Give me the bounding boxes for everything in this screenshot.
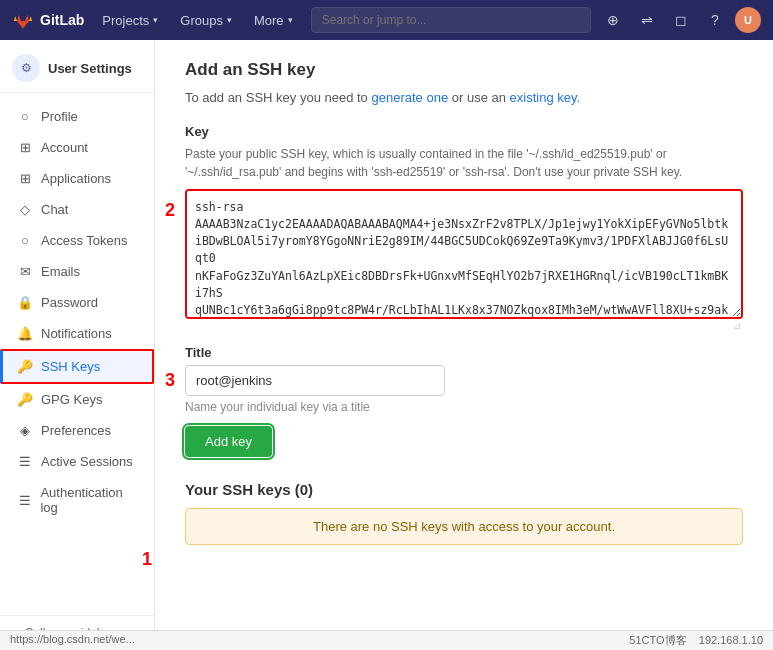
navbar-actions: ⊕ ⇌ ◻ ? U [599, 6, 761, 34]
notifications-icon: 🔔 [17, 326, 33, 341]
sidebar-item-gpg-keys[interactable]: 🔑 GPG Keys [0, 384, 154, 415]
gitlab-brand[interactable]: GitLab [12, 9, 84, 31]
sidebar-title: User Settings [48, 61, 132, 76]
sidebar-item-auth-log[interactable]: ☰ Authentication log [0, 477, 154, 523]
access-tokens-icon: ○ [17, 233, 33, 248]
sidebar-item-label: Access Tokens [41, 233, 127, 248]
sidebar-item-label: Emails [41, 264, 80, 279]
sidebar-item-label: SSH Keys [41, 359, 100, 374]
resize-handle: ⊿ [185, 320, 743, 331]
sidebar-item-applications[interactable]: ⊞ Applications [0, 163, 154, 194]
sidebar-item-password[interactable]: 🔒 Password [0, 287, 154, 318]
preferences-icon: ◈ [17, 423, 33, 438]
sidebar-header: ⚙ User Settings [0, 40, 154, 93]
sidebar-item-access-tokens[interactable]: ○ Access Tokens [0, 225, 154, 256]
main-nav: Projects ▾ Groups ▾ More ▾ [92, 9, 302, 32]
title-hint: Name your individual key via a title [185, 400, 743, 414]
ssh-keys-icon: 🔑 [17, 359, 33, 374]
avatar[interactable]: U [735, 7, 761, 33]
applications-icon: ⊞ [17, 171, 33, 186]
sidebar-item-label: Profile [41, 109, 78, 124]
sidebar-item-ssh-keys[interactable]: 🔑 SSH Keys [0, 349, 154, 384]
merge-requests-icon[interactable]: ⇌ [633, 6, 661, 34]
search-input[interactable] [311, 7, 591, 33]
title-form-group: Title Name your individual key via a tit… [185, 345, 743, 414]
sidebar-item-label: GPG Keys [41, 392, 102, 407]
chat-icon: ◇ [17, 202, 33, 217]
sidebar-item-account[interactable]: ⊞ Account [0, 132, 154, 163]
ssh-key-textarea[interactable]: ssh-rsa AAAAB3NzaC1yc2EAAAADAQABAAABAQMA… [185, 189, 743, 319]
gpg-keys-icon: 🔑 [17, 392, 33, 407]
chevron-down-icon: ▾ [153, 15, 158, 25]
profile-icon: ○ [17, 109, 33, 124]
gitlab-brand-text: GitLab [40, 12, 84, 28]
nav-groups[interactable]: Groups ▾ [170, 9, 242, 32]
sidebar-item-chat[interactable]: ◇ Chat [0, 194, 154, 225]
account-icon: ⊞ [17, 140, 33, 155]
page-title: Add an SSH key [185, 60, 743, 80]
key-section-label: Key [185, 124, 743, 139]
nav-projects[interactable]: Projects ▾ [92, 9, 168, 32]
gitlab-logo-icon [12, 9, 34, 31]
add-key-button[interactable]: Add key [185, 426, 272, 457]
sidebar-item-preferences[interactable]: ◈ Preferences [0, 415, 154, 446]
sidebar-item-label: Authentication log [40, 485, 140, 515]
existing-key-link[interactable]: existing key. [510, 90, 581, 105]
chevron-down-icon: ▾ [227, 15, 232, 25]
status-info: 51CTO博客 192.168.1.10 [629, 633, 763, 648]
issues-icon[interactable]: ◻ [667, 6, 695, 34]
sidebar-item-label: Active Sessions [41, 454, 133, 469]
sidebar-item-emails[interactable]: ✉ Emails [0, 256, 154, 287]
key-description: Paste your public SSH key, which is usua… [185, 145, 743, 181]
sidebar-item-profile[interactable]: ○ Profile [0, 101, 154, 132]
search-area [311, 7, 591, 33]
title-label: Title [185, 345, 743, 360]
help-icon[interactable]: ? [701, 6, 729, 34]
password-icon: 🔒 [17, 295, 33, 310]
sidebar-item-notifications[interactable]: 🔔 Notifications [0, 318, 154, 349]
sidebar-item-label: Account [41, 140, 88, 155]
top-navbar: GitLab Projects ▾ Groups ▾ More ▾ ⊕ ⇌ ◻ … [0, 0, 773, 40]
sidebar-item-label: Notifications [41, 326, 112, 341]
sidebar: ⚙ User Settings ○ Profile ⊞ Account ⊞ Ap… [0, 40, 155, 650]
status-bar: https://blog.csdn.net/we... 51CTO博客 192.… [0, 630, 773, 650]
status-url: https://blog.csdn.net/we... [10, 633, 135, 648]
sidebar-nav: ○ Profile ⊞ Account ⊞ Applications ◇ Cha… [0, 93, 154, 615]
auth-log-icon: ☰ [17, 493, 32, 508]
sidebar-item-label: Applications [41, 171, 111, 186]
chevron-down-icon: ▾ [288, 15, 293, 25]
sidebar-item-label: Password [41, 295, 98, 310]
main-layout: ⚙ User Settings ○ Profile ⊞ Account ⊞ Ap… [0, 40, 773, 650]
create-icon[interactable]: ⊕ [599, 6, 627, 34]
active-sessions-icon: ☰ [17, 454, 33, 469]
emails-icon: ✉ [17, 264, 33, 279]
sidebar-item-label: Chat [41, 202, 68, 217]
main-content-area: Add an SSH key To add an SSH key you nee… [155, 40, 773, 565]
generate-key-link[interactable]: generate one [371, 90, 448, 105]
title-input[interactable] [185, 365, 445, 396]
user-settings-icon: ⚙ [12, 54, 40, 82]
sidebar-item-label: Preferences [41, 423, 111, 438]
sidebar-item-active-sessions[interactable]: ☰ Active Sessions [0, 446, 154, 477]
nav-more[interactable]: More ▾ [244, 9, 303, 32]
your-ssh-keys-title: Your SSH keys (0) [185, 481, 743, 498]
page-description: To add an SSH key you need to generate o… [185, 88, 743, 108]
left-panel: ⚙ User Settings ○ Profile ⊞ Account ⊞ Ap… [0, 40, 155, 650]
no-ssh-keys-message: There are no SSH keys with access to you… [185, 508, 743, 545]
